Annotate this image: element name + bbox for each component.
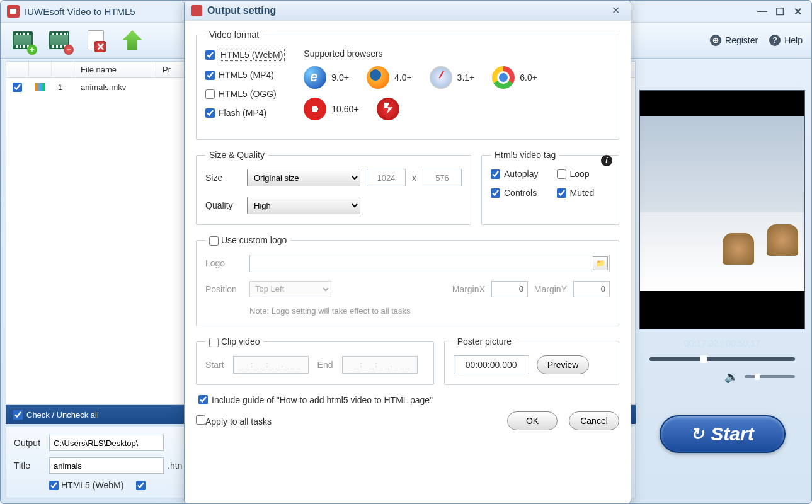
remove-file-button[interactable]: − (46, 27, 72, 54)
use-custom-logo-check[interactable] (209, 236, 219, 246)
dialog-close-button[interactable]: ✕ (612, 4, 624, 17)
info-icon[interactable]: i (601, 155, 612, 166)
check-all-label: Check / Uncheck all (26, 410, 99, 420)
file-type-icon (35, 83, 45, 91)
supported-browsers-label: Supported browsers (304, 49, 537, 59)
dialog-icon (191, 5, 202, 16)
help-link[interactable]: ? Help (769, 35, 803, 46)
output-label: Output (14, 438, 49, 448)
output-path-input[interactable] (49, 435, 164, 451)
video-format-legend: Video format (205, 30, 263, 40)
preview-button[interactable]: Preview (537, 355, 590, 374)
clip-start-input[interactable] (233, 356, 309, 374)
width-input[interactable] (367, 169, 406, 186)
poster-time-input[interactable]: 00:00:00.000 (454, 355, 529, 374)
video-tag-legend: Html5 video tag (491, 150, 559, 160)
dialog-title: Output setting (207, 5, 612, 16)
video-preview[interactable] (639, 90, 805, 329)
format-mp4[interactable]: HTML5 (MP4) (205, 70, 285, 80)
minus-icon: − (64, 45, 74, 55)
size-select[interactable]: Original size (247, 169, 360, 186)
help-label: Help (784, 35, 803, 45)
clip-video-check[interactable] (209, 338, 219, 347)
logo-path-input[interactable]: 📁 (249, 255, 610, 272)
clear-list-button[interactable]: ✕ (83, 27, 109, 54)
preview-time: 00:17:32 / 00:50:17 (639, 329, 805, 357)
chrome-icon (492, 66, 515, 89)
register-link[interactable]: ⊕ Register (710, 35, 758, 46)
height-input[interactable] (423, 169, 462, 186)
clip-end-input[interactable] (342, 356, 418, 374)
register-label: Register (725, 35, 758, 45)
browser-flash (377, 98, 399, 120)
autoplay-check[interactable]: Autoplay (491, 169, 544, 179)
dialog-titlebar[interactable]: Output setting ✕ (185, 1, 631, 21)
size-quality-fieldset: Size & Quality Size Original size x Qual… (196, 150, 471, 225)
header-filename[interactable]: File name (74, 62, 156, 77)
seek-slider[interactable] (649, 357, 795, 361)
plus-icon: + (27, 45, 37, 55)
volume-slider[interactable] (745, 375, 795, 378)
refresh-icon: ↻ (690, 425, 704, 444)
close-button[interactable]: ✕ (790, 5, 805, 18)
format-webm[interactable]: HTML5 (WebM) (205, 49, 285, 61)
move-up-button[interactable] (119, 27, 146, 54)
title-label: Title (14, 461, 49, 471)
browser-firefox: 4.0+ (367, 66, 412, 89)
logo-label: Logo (205, 258, 243, 268)
marginx-label: MarginX (452, 284, 485, 294)
doc-delete-icon: ✕ (88, 30, 104, 50)
position-select[interactable]: Top Left (249, 281, 331, 297)
apply-all-check[interactable]: Apply to all tasks (196, 415, 272, 427)
title-ext: .htn (168, 461, 182, 471)
title-input[interactable] (49, 457, 164, 474)
maximize-button[interactable]: ☐ (772, 5, 787, 18)
position-label: Position (205, 284, 243, 294)
ie-icon (304, 66, 326, 89)
minimize-button[interactable]: — (755, 5, 770, 18)
size-quality-legend: Size & Quality (205, 150, 268, 160)
video-format-fieldset: Video format HTML5 (WebM) HTML5 (MP4) HT… (196, 30, 619, 140)
ok-button[interactable]: OK (507, 411, 558, 430)
app-icon (7, 5, 20, 18)
quality-select[interactable]: High (247, 197, 360, 214)
flash-icon (377, 98, 399, 120)
firefox-icon (367, 66, 389, 89)
help-icon: ? (769, 35, 781, 46)
poster-legend: Poster picture (454, 336, 515, 346)
format-webm-main[interactable]: HTML5 (WebM) (49, 480, 123, 490)
clip-video-fieldset: Clip video Start End (196, 336, 434, 385)
row-index: 1 (52, 78, 74, 96)
row-filename: animals.mkv (74, 78, 156, 96)
size-label: Size (205, 173, 241, 183)
browser-chrome: 6.0+ (492, 66, 537, 89)
loop-check[interactable]: Loop (557, 169, 610, 179)
controls-check[interactable]: Controls (491, 188, 544, 198)
include-guide-check[interactable]: Include guide of "How to add html5 video… (198, 395, 433, 405)
output-setting-dialog: Output setting ✕ Video format HTML5 (Web… (184, 0, 631, 504)
video-tag-fieldset: Html5 video tag i Autoplay Loop Controls… (481, 150, 619, 225)
clip-end-label: End (317, 360, 333, 370)
quality-label: Quality (205, 200, 241, 210)
format-ogg[interactable]: HTML5 (OGG) (205, 89, 285, 99)
preview-frame (640, 116, 804, 291)
format-flash[interactable]: Flash (MP4) (205, 108, 285, 118)
start-button[interactable]: ↻ Start (660, 415, 786, 453)
marginy-input[interactable] (573, 281, 610, 297)
format-mp4-main[interactable] (136, 480, 146, 490)
browse-icon[interactable]: 📁 (593, 256, 608, 270)
marginx-input[interactable] (491, 281, 528, 297)
browser-safari: 3.1+ (430, 66, 475, 89)
check-all-checkbox[interactable] (13, 410, 23, 420)
marginy-label: MarginY (534, 284, 567, 294)
preview-panel: 00:17:32 / 00:50:17 🔉 ↻ Start (636, 59, 811, 503)
clip-video-legend: Clip video (221, 336, 260, 346)
volume-icon[interactable]: 🔉 (724, 370, 738, 384)
logo-note: Note: Logo setting will take effect to a… (205, 306, 610, 316)
muted-check[interactable]: Muted (557, 188, 610, 198)
cancel-button[interactable]: Cancel (569, 411, 619, 430)
row-checkbox[interactable] (13, 83, 22, 92)
browser-ie: 9.0+ (304, 66, 349, 89)
start-label: Start (711, 423, 753, 445)
add-file-button[interactable]: + (9, 27, 36, 54)
